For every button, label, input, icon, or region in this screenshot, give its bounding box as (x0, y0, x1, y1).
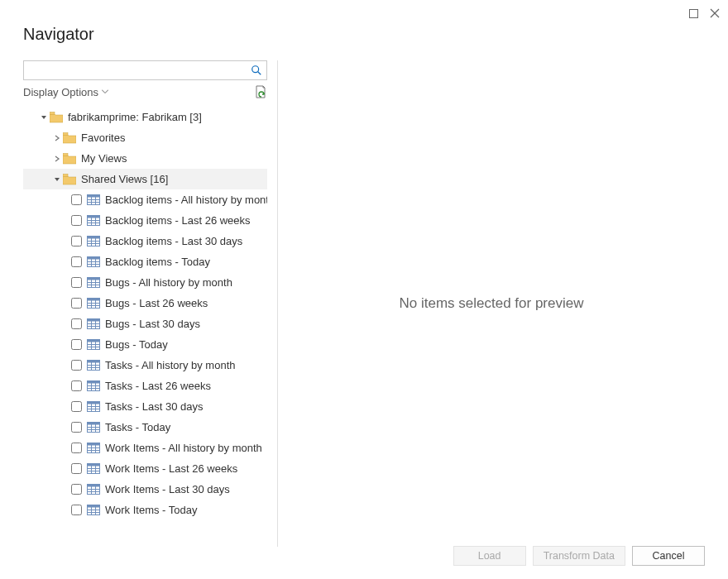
table-icon (87, 215, 100, 226)
tree-item-checkbox[interactable] (71, 380, 82, 391)
tree-item-label: Bugs - Last 26 weeks (105, 297, 208, 309)
svg-rect-82 (88, 443, 100, 446)
tree-item[interactable]: Backlog items - All history by month (23, 189, 267, 210)
table-icon (87, 298, 100, 309)
svg-rect-28 (88, 257, 100, 260)
svg-rect-58 (88, 361, 100, 363)
navigator-tree-pane: Display Options (23, 60, 278, 547)
tree-item-checkbox[interactable] (71, 484, 82, 495)
tree-item-label: Tasks - All history by month (105, 359, 236, 371)
tree-myviews-node[interactable]: My Views (23, 148, 267, 169)
tree-item-checkbox[interactable] (71, 236, 82, 246)
svg-rect-40 (88, 299, 100, 301)
table-icon (87, 256, 100, 267)
tree-item-checkbox[interactable] (71, 463, 82, 474)
display-options-label: Display Options (23, 86, 98, 98)
tree-item[interactable]: Backlog items - Last 26 weeks (23, 210, 267, 231)
svg-rect-6 (63, 132, 68, 135)
svg-rect-5 (50, 112, 55, 114)
tree-item[interactable]: Bugs - Last 30 days (23, 313, 267, 334)
folder-icon (63, 174, 76, 185)
preview-empty-text: No items selected for preview (400, 295, 584, 312)
tree-item-checkbox[interactable] (71, 505, 82, 515)
tree-item-label: Work Items - Last 26 weeks (105, 462, 237, 475)
tree-item[interactable]: Bugs - All history by month (23, 272, 267, 293)
tree-item[interactable]: Work Items - Last 26 weeks (23, 458, 267, 479)
tree-item[interactable]: Tasks - Last 26 weeks (23, 376, 267, 396)
display-options-dropdown[interactable]: Display Options (23, 86, 108, 98)
table-icon (87, 484, 100, 495)
search-input[interactable] (23, 60, 267, 80)
tree-item-label: Tasks - Last 26 weeks (105, 380, 211, 392)
tree-item-label: Bugs - Today (105, 338, 168, 351)
tree-item[interactable]: Tasks - Today (23, 417, 267, 438)
navigator-tree: fabrikamprime: Fabrikam [3] Favorites (23, 107, 267, 547)
svg-rect-46 (88, 319, 100, 322)
tree-item-label: Bugs - All history by month (105, 276, 232, 289)
table-icon (87, 360, 100, 371)
tree-item[interactable]: Tasks - All history by month (23, 355, 267, 376)
tree-item-label: Tasks - Last 30 days (105, 400, 204, 413)
tree-item-label: Backlog items - Today (105, 256, 210, 268)
tree-item-checkbox[interactable] (71, 318, 82, 329)
tree-item-checkbox[interactable] (71, 360, 82, 371)
folder-icon (63, 132, 76, 144)
tree-item[interactable]: Work Items - Today (23, 500, 267, 520)
svg-rect-94 (88, 485, 100, 487)
svg-rect-0 (689, 9, 697, 17)
svg-rect-88 (88, 464, 100, 467)
chevron-right-icon[interactable] (51, 156, 63, 162)
tree-item-checkbox[interactable] (71, 194, 82, 205)
tree-item-label: Backlog items - Last 26 weeks (105, 214, 251, 227)
transform-data-button[interactable]: Transform Data (533, 546, 625, 566)
search-icon[interactable] (251, 65, 262, 76)
tree-node-label: fabrikamprime: Fabrikam [3] (68, 111, 202, 123)
tree-item-label: Backlog items - All history by month (105, 194, 267, 206)
tree-item-checkbox[interactable] (71, 422, 82, 433)
tree-item-label: Work Items - Today (105, 504, 198, 516)
tree-item-checkbox[interactable] (71, 339, 82, 350)
tree-sharedviews-node[interactable]: Shared Views [16] (23, 169, 267, 189)
svg-rect-10 (88, 195, 100, 198)
tree-item[interactable]: Backlog items - Last 30 days (23, 231, 267, 251)
dialog-title: Navigator (23, 25, 705, 44)
tree-item-label: Tasks - Today (105, 421, 170, 433)
tree-item-label: Bugs - Last 30 days (105, 318, 200, 330)
svg-point-3 (252, 66, 259, 73)
tree-item-checkbox[interactable] (71, 401, 82, 412)
table-icon (87, 277, 100, 288)
tree-root-node[interactable]: fabrikamprime: Fabrikam [3] (23, 107, 267, 127)
tree-item-checkbox[interactable] (71, 298, 82, 309)
tree-item[interactable]: Tasks - Last 30 days (23, 396, 267, 417)
svg-rect-8 (63, 174, 68, 176)
tree-item[interactable]: Bugs - Last 26 weeks (23, 293, 267, 313)
tree-item-checkbox[interactable] (71, 277, 82, 288)
tree-favorites-node[interactable]: Favorites (23, 127, 267, 148)
tree-item[interactable]: Bugs - Today (23, 334, 267, 355)
chevron-down-icon[interactable] (51, 176, 63, 183)
maximize-icon[interactable] (683, 3, 703, 23)
folder-icon (63, 153, 76, 165)
tree-item[interactable]: Work Items - All history by month (23, 438, 267, 458)
tree-item-checkbox[interactable] (71, 443, 82, 453)
table-icon (87, 422, 100, 433)
refresh-icon[interactable] (254, 85, 267, 98)
svg-rect-64 (88, 381, 100, 384)
svg-rect-70 (88, 402, 100, 404)
load-button[interactable]: Load (453, 546, 526, 566)
tree-item-checkbox[interactable] (71, 215, 82, 226)
tree-item[interactable]: Backlog items - Today (23, 251, 267, 272)
folder-icon (50, 112, 63, 123)
window-titlebar (0, 0, 728, 26)
tree-node-label: Shared Views [16] (81, 173, 168, 185)
tree-item[interactable]: Work Items - Last 30 days (23, 479, 267, 500)
cancel-button[interactable]: Cancel (632, 546, 705, 566)
chevron-down-icon[interactable] (38, 114, 50, 121)
table-icon (87, 339, 100, 350)
table-icon (87, 463, 100, 474)
chevron-right-icon[interactable] (51, 135, 63, 141)
tree-item-checkbox[interactable] (71, 256, 82, 267)
preview-pane: No items selected for preview (278, 60, 705, 547)
dialog-header: Navigator (0, 25, 728, 44)
close-icon[interactable] (705, 3, 725, 23)
